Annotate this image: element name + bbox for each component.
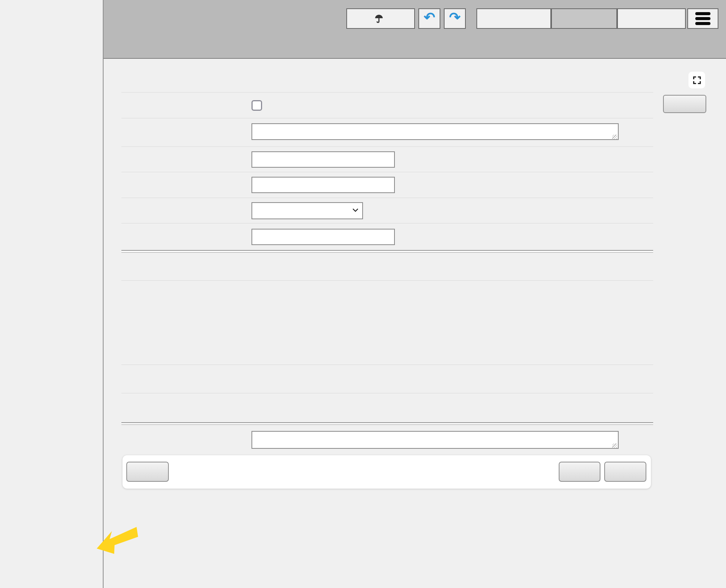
comment-input[interactable] bbox=[251, 123, 619, 140]
action-panel bbox=[123, 455, 651, 489]
row-policy bbox=[121, 280, 653, 365]
sidebar bbox=[0, 0, 104, 588]
row-enabled bbox=[121, 92, 653, 118]
tab-webfig[interactable] bbox=[551, 8, 617, 29]
apply-button[interactable] bbox=[559, 462, 600, 482]
enabled-checkbox[interactable] bbox=[251, 100, 262, 111]
row-owner bbox=[121, 253, 653, 280]
on-event-input[interactable] bbox=[251, 431, 619, 449]
name-input[interactable] bbox=[251, 151, 395, 168]
umbrella-icon bbox=[374, 13, 384, 24]
menu-button[interactable] bbox=[687, 8, 718, 29]
row-next-run bbox=[121, 393, 653, 422]
section-divider bbox=[121, 250, 653, 253]
cancel-button[interactable] bbox=[126, 462, 169, 482]
ok-button[interactable] bbox=[604, 462, 646, 482]
row-start-time bbox=[121, 198, 653, 223]
undo-icon: ↶ bbox=[424, 11, 435, 24]
row-name bbox=[121, 146, 653, 172]
resize-grip-icon[interactable] bbox=[612, 443, 617, 448]
tab-terminal[interactable] bbox=[617, 8, 686, 29]
row-on-event bbox=[121, 425, 653, 456]
row-comment bbox=[121, 118, 653, 146]
tab-quick-set[interactable] bbox=[476, 8, 551, 29]
interval-input[interactable] bbox=[251, 229, 395, 245]
redo-icon: ↷ bbox=[449, 11, 460, 24]
start-time-select[interactable] bbox=[251, 202, 363, 219]
remove-button[interactable] bbox=[663, 95, 706, 113]
undo-button[interactable]: ↶ bbox=[418, 8, 440, 29]
hamburger-icon bbox=[695, 12, 710, 25]
start-date-input[interactable] bbox=[251, 177, 395, 193]
row-interval bbox=[121, 223, 653, 250]
row-run-count bbox=[121, 365, 653, 393]
fullscreen-icon[interactable] bbox=[688, 72, 705, 88]
schedule-form bbox=[121, 92, 653, 456]
section-divider bbox=[121, 422, 653, 425]
safe-mode-button[interactable] bbox=[346, 8, 415, 29]
resize-grip-icon[interactable] bbox=[612, 135, 617, 140]
redo-button[interactable]: ↷ bbox=[444, 8, 466, 29]
row-start-date bbox=[121, 172, 653, 198]
